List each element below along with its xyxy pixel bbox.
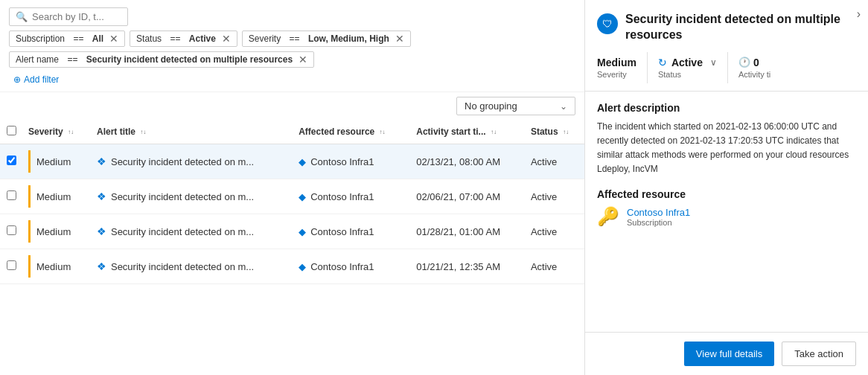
filter-label: Alert name xyxy=(16,54,59,65)
detail-title: Security incident detected on multiple r… xyxy=(625,12,856,43)
row-activity-3: 01/21/21, 12:35 AM xyxy=(410,249,525,284)
affected-resource-section: Affected resource 🔑 Contoso Infra1 Subsc… xyxy=(597,188,856,227)
detail-body: Alert description The incident which sta… xyxy=(585,92,868,332)
grouping-row: No grouping ⌄ xyxy=(0,92,584,120)
key-icon: 🔑 xyxy=(597,206,619,227)
detail-panel: 🛡 Security incident detected on multiple… xyxy=(585,0,868,375)
alert-title-sort-icon[interactable]: ↑↓ xyxy=(140,130,146,135)
add-filter-icon: ⊕ xyxy=(13,74,21,85)
table-row[interactable]: Medium ❖ Security incident detected on m… xyxy=(0,144,584,179)
row-alert-title-0: ❖ Security incident detected on m... xyxy=(91,144,293,179)
alert-description-text: The incident which started on 2021-02-13… xyxy=(597,120,856,177)
col-affected-resource: Affected resource ↑↓ xyxy=(293,120,410,144)
row-activity-0: 02/13/21, 08:00 AM xyxy=(410,144,525,179)
meta-severity-value: Medium xyxy=(597,57,636,68)
col-status: Status ↑↓ xyxy=(525,120,584,144)
row-resource-3: ◆ Contoso Infra1 xyxy=(293,249,410,284)
col-activity-start: Activity start ti... ↑↓ xyxy=(410,120,525,144)
row-resource-0: ◆ Contoso Infra1 xyxy=(293,144,410,179)
grouping-dropdown[interactable]: No grouping ⌄ xyxy=(456,97,575,115)
meta-severity-label: Severity xyxy=(597,70,636,79)
table-row[interactable]: Medium ❖ Security incident detected on m… xyxy=(0,179,584,214)
filter-label: Severity xyxy=(249,33,281,44)
select-all-checkbox[interactable] xyxy=(0,120,22,144)
filter-tag-status: Status == Active✕ xyxy=(130,31,237,47)
col-severity: Severity ↑↓ xyxy=(22,120,91,144)
filter-close-severity[interactable]: ✕ xyxy=(395,33,404,44)
alerts-table: Severity ↑↓ Alert title ↑↓ Affected reso… xyxy=(0,120,584,284)
detail-footer: View full details Take action xyxy=(585,332,868,375)
filter-tag-severity: Severity == Low, Medium, High✕ xyxy=(242,31,411,47)
row-status-0: Active xyxy=(525,144,584,179)
filter-close-subscription[interactable]: ✕ xyxy=(109,33,118,44)
close-panel-icon[interactable]: › xyxy=(857,7,861,21)
row-checkbox-2[interactable] xyxy=(7,225,16,235)
row-status-3: Active xyxy=(525,249,584,284)
alert-icon-1: ❖ xyxy=(97,190,106,202)
resource-icon-0: ◆ xyxy=(299,156,306,167)
search-box[interactable]: 🔍 xyxy=(9,7,128,26)
resource-info: Contoso Infra1 Subscription xyxy=(627,207,690,227)
filter-tag-subscription: Subscription == All✕ xyxy=(9,31,125,47)
detail-meta: Medium Severity ↻ Active ∨ Status 🕐 0 xyxy=(597,52,856,83)
row-checkbox-cell xyxy=(0,249,22,284)
meta-activity-label: Activity ti xyxy=(738,70,770,79)
chevron-down-icon: ⌄ xyxy=(560,101,567,112)
row-checkbox-cell xyxy=(0,214,22,249)
status-refresh-icon: ↻ xyxy=(658,57,667,68)
grouping-label: No grouping xyxy=(465,100,517,112)
resource-icon-2: ◆ xyxy=(299,226,306,237)
row-severity-1: Medium xyxy=(22,179,91,214)
view-full-details-button[interactable]: View full details xyxy=(684,342,774,366)
meta-severity: Medium Severity xyxy=(597,52,648,83)
clock-icon: 🕐 xyxy=(738,57,750,68)
table-row[interactable]: Medium ❖ Security incident detected on m… xyxy=(0,249,584,284)
resource-name-link[interactable]: Contoso Infra1 xyxy=(627,207,690,218)
take-action-button[interactable]: Take action xyxy=(782,342,856,366)
filters-area: 🔍 Subscription == All✕Status == Active✕S… xyxy=(0,0,584,92)
row-checkbox-3[interactable] xyxy=(7,260,16,270)
row-severity-0: Medium xyxy=(22,144,91,179)
meta-status-value: Active xyxy=(671,57,703,68)
status-dropdown-icon[interactable]: ∨ xyxy=(710,57,717,68)
filter-close-status[interactable]: ✕ xyxy=(222,33,231,44)
resource-icon-1: ◆ xyxy=(299,191,306,202)
row-resource-1: ◆ Contoso Infra1 xyxy=(293,179,410,214)
status-sort-icon[interactable]: ↑↓ xyxy=(563,130,569,135)
col-alert-title: Alert title ↑↓ xyxy=(91,120,293,144)
meta-activity: 🕐 0 Activity ti xyxy=(738,52,781,83)
row-severity-2: Medium xyxy=(22,214,91,249)
row-checkbox-1[interactable] xyxy=(7,190,16,200)
severity-sort-icon[interactable]: ↑↓ xyxy=(68,130,74,135)
add-filter-button[interactable]: ⊕ Add filter xyxy=(9,72,63,87)
row-alert-title-1: ❖ Security incident detected on m... xyxy=(91,179,293,214)
filter-tag-alertname: Alert name == Security incident detected… xyxy=(9,51,314,68)
meta-status: ↻ Active ∨ Status xyxy=(658,52,728,83)
alert-icon-3: ❖ xyxy=(97,260,106,272)
filter-label: Status xyxy=(136,33,162,44)
detail-header: 🛡 Security incident detected on multiple… xyxy=(585,0,868,92)
row-resource-2: ◆ Contoso Infra1 xyxy=(293,214,410,249)
row-severity-3: Medium xyxy=(22,249,91,284)
filter-close-alertname[interactable]: ✕ xyxy=(299,54,307,65)
table-row[interactable]: Medium ❖ Security incident detected on m… xyxy=(0,214,584,249)
row-checkbox-cell xyxy=(0,179,22,214)
add-filter-label: Add filter xyxy=(24,74,59,85)
row-activity-1: 02/06/21, 07:00 AM xyxy=(410,179,525,214)
search-input[interactable] xyxy=(32,11,121,22)
alert-description-title: Alert description xyxy=(597,102,856,114)
alert-icon-2: ❖ xyxy=(97,225,106,237)
meta-status-label: Status xyxy=(658,70,717,79)
select-all-input[interactable] xyxy=(7,126,16,135)
affected-resource-sort-icon[interactable]: ↑↓ xyxy=(380,130,386,135)
activity-start-sort-icon[interactable]: ↑↓ xyxy=(491,130,497,135)
row-status-2: Active xyxy=(525,214,584,249)
meta-activity-value: 0 xyxy=(753,57,759,68)
detail-shield-icon: 🛡 xyxy=(597,13,618,34)
row-alert-title-2: ❖ Security incident detected on m... xyxy=(91,214,293,249)
row-checkbox-0[interactable] xyxy=(7,156,16,165)
table-area: Severity ↑↓ Alert title ↑↓ Affected reso… xyxy=(0,120,584,375)
resource-icon-3: ◆ xyxy=(299,261,306,272)
row-status-1: Active xyxy=(525,179,584,214)
alert-icon-0: ❖ xyxy=(97,156,106,167)
